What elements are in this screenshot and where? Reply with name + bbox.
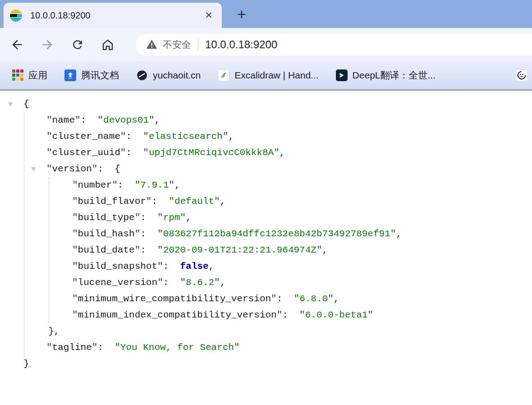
apps-grid-icon: [12, 69, 23, 81]
json-line: "cluster_uuid": "upjd7CtMRciqivcC0kkk8A"…: [0, 145, 532, 161]
globe-icon: [136, 69, 148, 81]
reload-button[interactable]: [69, 37, 86, 53]
json-token: ,: [208, 261, 214, 272]
bookmark-item-tencent-docs[interactable]: 腾讯文档: [64, 69, 119, 82]
json-token: ": [316, 245, 322, 255]
json-token: ": [169, 196, 174, 207]
collapse-arrow-icon[interactable]: ▼: [31, 161, 36, 177]
tab-close-icon[interactable]: ✕: [202, 9, 216, 22]
bookmark-label: 腾讯文档: [81, 69, 119, 82]
json-token: ": [135, 212, 141, 223]
json-token: :: [277, 294, 294, 304]
json-line: "minimum_wire_compatibility_version": "6…: [0, 291, 532, 307]
json-token: :: [118, 180, 135, 190]
json-token: ": [72, 229, 78, 239]
json-line: "build_date": "2020-09-01T21:22:21.96497…: [0, 242, 532, 258]
json-token: ": [120, 131, 126, 142]
json-token: devops01: [103, 115, 149, 125]
tencent-docs-icon: [64, 69, 76, 81]
json-token: ": [72, 196, 78, 207]
json-token: ": [214, 196, 220, 207]
json-token: ": [72, 310, 78, 320]
json-token: ": [157, 229, 163, 239]
bookmark-label: 应用: [28, 69, 47, 82]
bookmark-item-deepl[interactable]: DeepL翻译：全世...: [336, 69, 436, 82]
home-button[interactable]: [100, 37, 116, 53]
json-token: ": [72, 245, 78, 255]
forward-button[interactable]: [39, 37, 55, 53]
json-token: ,: [186, 212, 192, 223]
json-token: ": [46, 131, 52, 142]
json-token: ": [135, 245, 141, 255]
json-token: ": [146, 196, 152, 207]
json-token: ": [180, 277, 186, 288]
collapse-arrow-icon[interactable]: ▼: [8, 96, 13, 112]
json-token: cluster_name: [52, 131, 120, 142]
json-token: ": [157, 277, 163, 288]
security-status-label: 不安全: [163, 38, 191, 51]
json-token: 7.9.1: [140, 180, 169, 190]
json-token: ": [72, 294, 78, 304]
tab-title: 10.0.0.18:9200: [30, 10, 202, 21]
address-bar-url: 10.0.0.18:9200: [205, 38, 277, 51]
favicon-mid-band: [10, 14, 22, 17]
json-token: 2020-09-01T21:22:21.964974Z: [163, 245, 316, 255]
favicon-dark-band: [10, 14, 17, 17]
json-token: minimum_wire_compatibility_version: [78, 294, 271, 304]
browser-toolbar: 不安全 10.0.0.18:9200: [0, 28, 532, 61]
json-token: You Know, for Search: [120, 342, 234, 353]
json-token: lucene_version: [78, 277, 157, 288]
json-token: ": [274, 147, 280, 158]
json-token: :: [97, 164, 115, 174]
json-token: ,: [220, 196, 226, 207]
new-tab-button[interactable]: +: [233, 5, 251, 23]
json-token: ": [120, 147, 126, 158]
bookmark-item-site[interactable]: [516, 69, 527, 81]
json-token: ,: [155, 115, 161, 125]
json-line: "tagline": "You Know, for Search": [0, 340, 532, 356]
bookmark-label: yuchaoit.cn: [153, 70, 201, 81]
bookmark-item-excalidraw[interactable]: Excalidraw | Hand...: [218, 69, 318, 81]
json-token: name: [52, 115, 75, 125]
json-token: ,: [280, 147, 285, 158]
bookmark-label: Excalidraw | Hand...: [234, 70, 318, 81]
json-line: ▼{: [0, 96, 532, 112]
json-token: ": [75, 115, 81, 125]
json-token: rpm: [163, 212, 180, 223]
json-token: }: [23, 359, 29, 369]
json-line: "name": "devops01",: [0, 112, 532, 129]
json-token: ": [72, 180, 78, 190]
elasticsearch-favicon-icon: [10, 9, 22, 22]
json-token: ": [72, 277, 78, 288]
json-line: "build_type": "rpm",: [0, 210, 532, 226]
json-token: upjd7CtMRciqivcC0kkk8A: [149, 147, 274, 158]
json-token: build_date: [78, 245, 135, 255]
bookmark-item-apps[interactable]: 应用: [12, 69, 47, 82]
json-line: "number": "7.9.1",: [0, 177, 532, 193]
json-token: ": [46, 164, 52, 174]
json-token: {: [23, 99, 29, 109]
json-token: elasticsearch: [149, 131, 223, 142]
json-token: ": [135, 229, 141, 239]
browser-tab[interactable]: 10.0.0.18:9200 ✕: [4, 3, 222, 28]
json-token: ": [299, 310, 305, 320]
json-token: ,: [334, 294, 339, 304]
json-token: ": [92, 164, 98, 174]
json-token: tagline: [52, 342, 92, 353]
json-token: :: [140, 212, 157, 223]
json-token: },: [48, 326, 60, 336]
json-token: ": [157, 245, 163, 255]
json-token: ": [143, 131, 149, 142]
site-logo-icon: [516, 69, 527, 81]
json-token: ": [72, 212, 78, 223]
json-token: :: [140, 229, 157, 239]
json-token: ": [214, 277, 220, 288]
back-button[interactable]: [9, 37, 25, 53]
bookmark-item-yuchaoit[interactable]: yuchaoit.cn: [136, 69, 201, 81]
json-token: ,: [396, 229, 402, 239]
json-token: ": [169, 180, 174, 190]
address-bar[interactable]: 不安全 10.0.0.18:9200: [136, 34, 532, 55]
json-token: ": [157, 261, 163, 272]
json-token: :: [151, 196, 169, 207]
json-line: },: [0, 323, 532, 340]
